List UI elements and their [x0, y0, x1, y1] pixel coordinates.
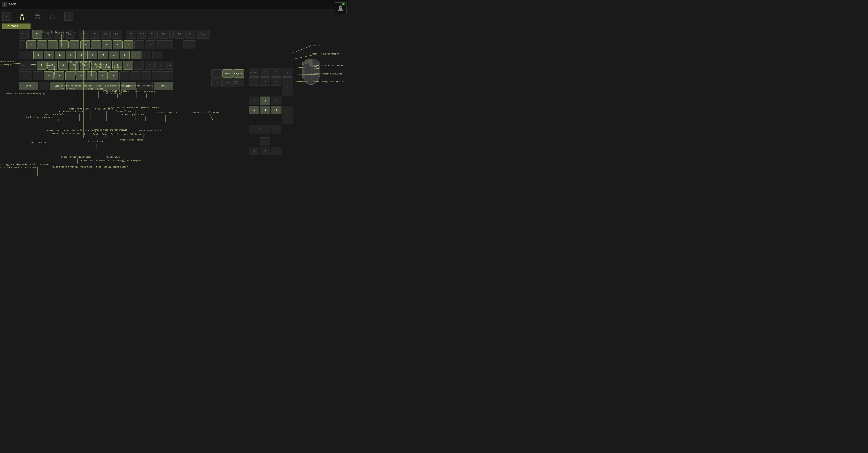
key-num1[interactable]: 1	[249, 106, 259, 114]
key-num0[interactable]: 0	[249, 125, 270, 133]
key-f3[interactable]: F3	[54, 30, 64, 38]
key-f6[interactable]: F6	[90, 30, 100, 38]
key-f11[interactable]: F11	[148, 30, 158, 38]
category-tab-vehicle[interactable]	[33, 12, 42, 21]
key-f1[interactable]: F1	[32, 30, 42, 38]
key-arrowup[interactable]: ▲	[260, 138, 270, 146]
category-tab-c[interactable]: C	[64, 12, 73, 21]
key-f10[interactable]: F10	[137, 30, 147, 38]
key-x[interactable]: X	[55, 71, 64, 80]
key-ralt[interactable]: Alt	[121, 82, 136, 90]
key-insert[interactable]: Ins	[211, 69, 222, 78]
key-f2[interactable]: F2	[43, 30, 53, 38]
key-pagedown[interactable]: Page Down	[234, 79, 244, 87]
key-space[interactable]	[66, 82, 120, 90]
key-backspace[interactable]: ←	[156, 40, 174, 49]
key-end[interactable]: End	[222, 79, 233, 87]
key-7[interactable]: 7	[91, 40, 101, 49]
key-y[interactable]: Y	[87, 51, 97, 59]
key-rctrl[interactable]: Ctrl	[154, 82, 173, 90]
key-rshift[interactable]: ⇧	[152, 71, 174, 80]
key-l[interactable]: L	[123, 61, 133, 69]
key-sl[interactable]: SL	[185, 30, 195, 38]
key-m[interactable]: M	[108, 71, 118, 80]
key-2[interactable]: 2	[37, 40, 47, 49]
key-j[interactable]: J	[101, 61, 111, 69]
key-comma[interactable]: ,	[119, 71, 129, 80]
key-capslock[interactable]: Caps Lock	[19, 61, 36, 69]
key-e[interactable]: E	[55, 51, 65, 59]
key-b[interactable]: B	[87, 71, 97, 80]
key-r[interactable]: R	[66, 51, 75, 59]
key-quote[interactable]: "	[145, 61, 155, 69]
back-button[interactable]: ⊞ BACK	[2, 2, 16, 7]
key-f5[interactable]: F5	[79, 30, 89, 38]
key-g[interactable]: G	[80, 61, 90, 69]
key-fn[interactable]: \	[39, 82, 49, 90]
key-lbracket[interactable]: [	[142, 51, 151, 59]
key-0[interactable]: 0	[124, 40, 133, 49]
key-z[interactable]: Z	[44, 71, 54, 80]
key-f[interactable]: F	[69, 61, 79, 69]
key-dot[interactable]: .	[169, 30, 174, 38]
key-arrowleft[interactable]: ◀	[249, 147, 259, 155]
key-rmeta[interactable]	[137, 82, 153, 90]
key-4[interactable]: 4	[59, 40, 69, 49]
category-tab-z[interactable]: Z	[2, 12, 11, 21]
key-home[interactable]: Home	[222, 69, 233, 78]
key-v[interactable]: V	[76, 71, 86, 80]
key-f4[interactable]: F4	[65, 30, 74, 38]
key-c[interactable]: C	[65, 71, 75, 80]
key-a[interactable]: A	[37, 61, 46, 69]
key-semicolon[interactable]: ;	[134, 61, 144, 69]
key-h[interactable]: H	[91, 61, 100, 69]
key-rbracket[interactable]: ]	[152, 51, 162, 59]
key-num7[interactable]: 7	[249, 77, 259, 86]
key-t[interactable]: T	[76, 51, 87, 59]
key-f9[interactable]: F9	[126, 30, 136, 38]
key-f8[interactable]: F8	[112, 30, 121, 38]
key-lalt[interactable]: Alt	[50, 82, 65, 90]
key-ps[interactable]: PS	[175, 30, 184, 38]
category-tab-camera[interactable]	[49, 12, 57, 21]
key-1[interactable]: 1	[26, 40, 36, 49]
key-pageup[interactable]: Page Up	[234, 69, 244, 78]
key-enter[interactable]: ↵	[166, 61, 174, 69]
key-backslash2[interactable]: \	[33, 71, 43, 80]
key-s[interactable]: S	[48, 61, 57, 69]
key-minus[interactable]: -	[134, 40, 144, 49]
key-w[interactable]: W	[44, 51, 54, 59]
key-f7[interactable]: F7	[101, 30, 111, 38]
key-numlock[interactable]: Num Lock	[249, 68, 259, 77]
key-num8[interactable]: 8	[260, 77, 270, 86]
key-3[interactable]: 3	[48, 40, 58, 49]
key-q[interactable]: Q	[33, 51, 43, 59]
key-num4[interactable]: 4	[249, 97, 259, 105]
key-tilde[interactable]: -	[19, 40, 25, 49]
key-p[interactable]: P	[131, 51, 141, 59]
key-k[interactable]: K	[112, 61, 122, 69]
key-tab[interactable]: ⇥	[19, 51, 32, 59]
key-num2[interactable]: 2	[260, 106, 270, 114]
key-o[interactable]: O	[120, 51, 130, 59]
key-backslash[interactable]: \	[156, 61, 165, 69]
key-num5[interactable]: 5	[260, 97, 270, 105]
key-f12[interactable]: F12	[159, 30, 168, 38]
category-tab-foot[interactable]	[18, 12, 26, 21]
key-arrowright[interactable]: ▶	[271, 147, 281, 155]
key-8[interactable]: 8	[102, 40, 112, 49]
key-lshift[interactable]: ⇧	[19, 71, 32, 80]
key-n[interactable]: N	[98, 71, 107, 80]
key-6[interactable]: 6	[80, 40, 90, 49]
key-d[interactable]: D	[58, 61, 68, 69]
key-equals[interactable]: +	[145, 40, 155, 49]
key-fwdslash[interactable]: /	[141, 71, 151, 80]
key-period[interactable]: .	[130, 71, 140, 80]
key-arrowdown[interactable]: ▼	[260, 147, 270, 155]
key-esc[interactable]: Esc	[19, 30, 29, 38]
key-pause[interactable]: Pause	[196, 30, 210, 38]
key-det[interactable]: Det	[211, 79, 222, 87]
key-del[interactable]	[183, 40, 195, 49]
key-5[interactable]: 5	[69, 40, 80, 49]
key-9[interactable]: 9	[113, 40, 123, 49]
